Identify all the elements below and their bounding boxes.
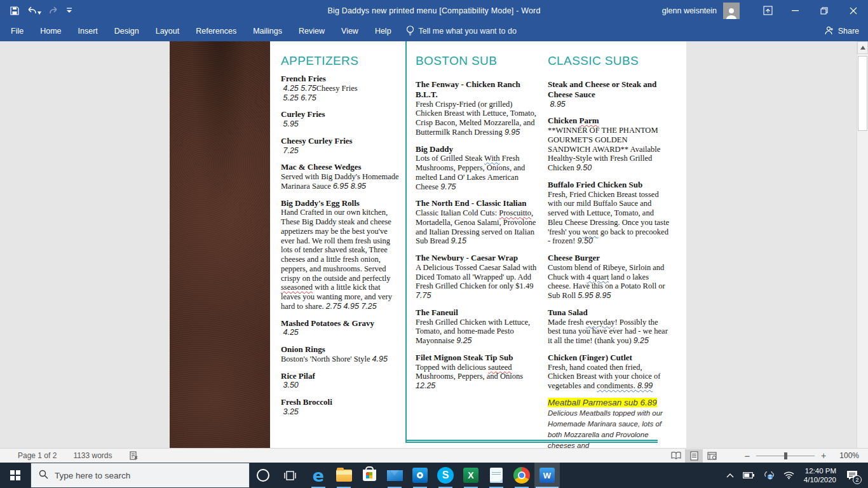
scrollbar-thumb[interactable] (858, 56, 867, 131)
print-layout-icon[interactable] (685, 449, 703, 463)
menu-item: The North End - Classic Italian Classic … (416, 198, 540, 246)
zoom-slider-thumb[interactable] (784, 452, 787, 459)
column-items: The Fenway - Chicken Ranch B.L.T. Fresh … (416, 79, 540, 391)
tab-insert[interactable]: Insert (70, 21, 106, 41)
zoom-level[interactable]: 100% (835, 451, 859, 460)
tab-mailings[interactable]: Mailings (245, 21, 290, 41)
scroll-up-arrow-icon[interactable] (857, 41, 868, 54)
leather-cover-image (170, 41, 270, 448)
menu-item: Big Daddy Lots of Grilled Steak With Fre… (416, 144, 540, 192)
tell-me-label: Tell me what you want to do (419, 27, 517, 36)
taskbar-app-file-explorer[interactable] (331, 463, 356, 488)
column-items: French Fries 4.25 5.75Cheesy Fries 5.25 … (281, 74, 402, 417)
search-icon (39, 470, 48, 482)
menu-item: Mac & Cheese Wedges Served with Big Dadd… (281, 162, 402, 191)
menu-item: Buffalo Fried Chicken Sub Fresh, Fried C… (548, 180, 670, 246)
minimize-icon[interactable] (780, 0, 810, 21)
menu-item: The Faneuil Fresh Grilled Chicken with L… (416, 308, 540, 346)
taskbar-app-edge[interactable]: e (306, 463, 331, 488)
menu-item: Cheese Burger Custom blend of Ribeye, Si… (548, 253, 670, 301)
taskbar-app-excel[interactable]: X (458, 463, 484, 488)
taskbar: eSXW 12:40 PM 4/10/2020 2 (0, 463, 868, 488)
word-icon: W (539, 468, 555, 483)
taskbar-app-skype[interactable]: S (433, 463, 458, 488)
menu-column-classic-subs: CLASSIC SUBS Steak and Cheese or Steak a… (548, 54, 670, 448)
vertical-scrollbar[interactable] (857, 41, 868, 448)
tab-review[interactable]: Review (290, 21, 333, 41)
titlebar: Big Daddys new printed menu [Compatibili… (0, 0, 868, 21)
zoom-slider[interactable] (756, 451, 815, 461)
proofing-errors-icon[interactable] (129, 451, 139, 460)
zoom-out-icon[interactable]: − (742, 451, 752, 461)
column-heading: CLASSIC SUBS (548, 54, 670, 68)
menu-item: Steak and Cheese or Steak and Cheese Sau… (548, 79, 670, 109)
tab-home[interactable]: Home (32, 21, 69, 41)
wifi-icon[interactable] (779, 463, 799, 488)
store-icon (363, 470, 376, 481)
menu-item: The Fenway - Chicken Ranch B.L.T. Fresh … (416, 79, 540, 137)
chevron-up-icon[interactable] (722, 463, 738, 488)
lightbulb-icon (406, 25, 414, 37)
taskbar-app-store[interactable] (356, 463, 382, 488)
start-button[interactable] (0, 463, 31, 488)
page-indicator[interactable]: Page 1 of 2 (18, 451, 57, 460)
avatar[interactable] (723, 3, 740, 19)
document-page[interactable]: APPETIZERS French Fries 4.25 5.75Cheesy … (170, 41, 686, 448)
windows-logo-icon (10, 470, 20, 480)
web-layout-icon[interactable] (703, 449, 721, 463)
battery-icon[interactable] (738, 463, 759, 488)
clock-time: 12:40 PM (804, 466, 836, 475)
taskbar-apps: eSXW (306, 463, 560, 488)
ribbon-display-options-icon[interactable] (755, 0, 780, 21)
network-icon[interactable] (759, 463, 779, 488)
save-icon[interactable] (10, 6, 19, 15)
cortana-button[interactable] (250, 463, 276, 488)
customize-qat-icon[interactable] (66, 8, 72, 13)
read-mode-icon[interactable] (667, 449, 685, 463)
share-label: Share (838, 27, 859, 36)
search-input[interactable] (55, 471, 220, 480)
account-name[interactable]: glenn weisntein (662, 6, 717, 15)
menu-item: French Fries 4.25 5.75Cheesy Fries 5.25 … (281, 74, 402, 102)
taskbar-search[interactable] (31, 463, 250, 488)
menu-item: Fresh Broccoli 3.25 (281, 397, 402, 417)
taskbar-app-chrome[interactable] (509, 463, 534, 488)
outlook-icon (412, 468, 428, 483)
tab-file[interactable]: File (3, 21, 32, 41)
action-center-icon[interactable]: 2 (841, 463, 865, 488)
taskbar-app-notepad[interactable] (484, 463, 509, 488)
chrome-icon (513, 467, 530, 484)
restore-icon[interactable] (810, 0, 839, 21)
ribbon-tab-bar: FileHomeInsertDesignLayoutReferencesMail… (0, 21, 868, 41)
menu-item: Meatball Parmesan sub 6.89 Delicious Mea… (548, 398, 670, 448)
close-icon[interactable] (839, 0, 868, 21)
tab-help[interactable]: Help (367, 21, 400, 41)
menu-column-appetizers: APPETIZERS French Fries 4.25 5.75Cheesy … (281, 54, 402, 424)
screen: Big Daddys new printed menu [Compatibili… (0, 0, 868, 488)
tab-design[interactable]: Design (106, 21, 147, 41)
menu-item: Chicken (Finger) Cutlet Fresh, hand coat… (548, 353, 670, 391)
menu-item: Curley Fries 5.95 (281, 109, 402, 129)
taskbar-app-mail[interactable] (382, 463, 407, 488)
zoom-in-icon[interactable]: + (818, 451, 829, 461)
taskbar-app-outlook[interactable] (407, 463, 433, 488)
undo-icon[interactable] (27, 6, 41, 15)
column-divider-line (405, 41, 407, 443)
share-button[interactable]: Share (825, 26, 859, 37)
edge-icon: e (313, 467, 324, 484)
quick-access-toolbar (0, 6, 72, 15)
task-view-button[interactable] (276, 463, 303, 488)
mail-icon (387, 470, 403, 481)
taskbar-clock[interactable]: 12:40 PM 4/10/2020 (799, 466, 841, 484)
clock-date: 4/10/2020 (804, 475, 836, 484)
taskbar-app-word[interactable]: W (534, 463, 560, 488)
redo-icon[interactable] (49, 6, 58, 15)
tab-layout[interactable]: Layout (147, 21, 188, 41)
tell-me-box[interactable]: Tell me what you want to do (406, 25, 517, 37)
word-count[interactable]: 1133 words (73, 451, 112, 460)
excel-icon: X (463, 468, 478, 483)
file-explorer-icon (336, 470, 352, 482)
column-heading: APPETIZERS (281, 54, 402, 68)
tab-references[interactable]: References (187, 21, 245, 41)
tab-view[interactable]: View (333, 21, 367, 41)
